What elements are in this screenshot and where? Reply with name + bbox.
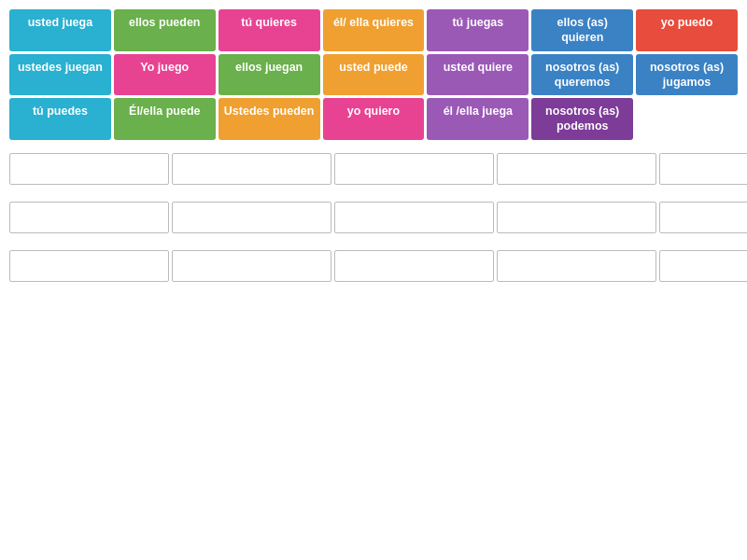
answer-row-2 xyxy=(9,202,738,233)
vocab-card-17[interactable]: yo quiero xyxy=(323,98,425,140)
vocab-card-13[interactable]: nosotros (as) jugamos xyxy=(636,54,738,96)
answer-box[interactable] xyxy=(172,153,331,185)
vocab-card-4[interactable]: tú juegas xyxy=(427,9,529,51)
answer-box[interactable] xyxy=(497,153,656,185)
vocab-card-16[interactable]: Ustedes pueden xyxy=(218,98,320,140)
answer-box[interactable] xyxy=(9,202,169,233)
answer-box[interactable] xyxy=(497,250,656,282)
vocab-card-12[interactable]: nosotros (as) queremos xyxy=(531,54,633,96)
answer-box[interactable] xyxy=(172,250,331,282)
vocab-card-6[interactable]: yo puedo xyxy=(636,9,738,51)
vocab-card-2[interactable]: tú quieres xyxy=(218,9,320,51)
vocab-card-7[interactable]: ustedes juegan xyxy=(9,54,111,96)
vocab-card-0[interactable]: usted juega xyxy=(9,9,111,51)
answer-row-1 xyxy=(9,153,738,185)
answer-box[interactable] xyxy=(659,250,747,282)
answer-box[interactable] xyxy=(9,250,169,282)
vocab-card-5[interactable]: ellos (as) quieren xyxy=(531,9,633,51)
answer-box[interactable] xyxy=(334,153,494,185)
vocab-card-18[interactable]: él /ella juega xyxy=(427,98,529,140)
vocab-grid: usted juegaellos puedentú quieresél/ ell… xyxy=(9,9,738,140)
vocab-card-11[interactable]: usted quiere xyxy=(427,54,529,96)
answer-box[interactable] xyxy=(659,153,747,185)
answer-box[interactable] xyxy=(659,202,747,233)
answer-box[interactable] xyxy=(497,202,656,233)
vocab-card-3[interactable]: él/ ella quieres xyxy=(323,9,425,51)
answer-box[interactable] xyxy=(334,202,494,233)
vocab-card-19[interactable]: nosotros (as) podemos xyxy=(531,98,633,140)
vocab-card-15[interactable]: Él/ella puede xyxy=(114,98,216,140)
vocab-card-10[interactable]: usted puede xyxy=(323,54,425,96)
answer-box[interactable] xyxy=(172,202,331,233)
answer-box[interactable] xyxy=(334,250,494,282)
vocab-card-1[interactable]: ellos pueden xyxy=(114,9,216,51)
vocab-card-8[interactable]: Yo juego xyxy=(114,54,216,96)
answer-row-3 xyxy=(9,250,738,282)
vocab-card-9[interactable]: ellos juegan xyxy=(218,54,320,96)
vocab-card-14[interactable]: tú puedes xyxy=(9,98,111,140)
answer-box[interactable] xyxy=(9,153,169,185)
